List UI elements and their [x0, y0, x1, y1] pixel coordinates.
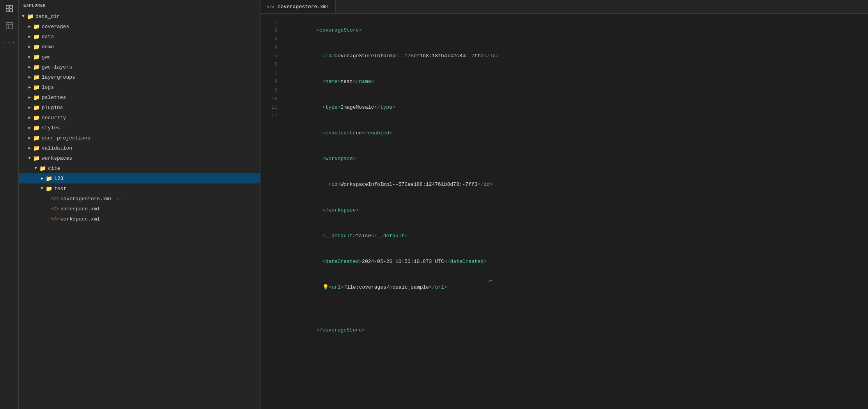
- code-line-11: 💡<url>file:coverages/mosaic_sample</url>…: [286, 275, 860, 317]
- svg-rect-1: [9, 5, 12, 8]
- chevron-coverages: ▶: [27, 23, 33, 30]
- bracket-end-9b: >: [404, 233, 407, 239]
- tab-icon-coveragestore: </>: [267, 5, 275, 9]
- tree-item-security[interactable]: ▶ 📁 security: [19, 113, 260, 123]
- file-icon-coveragestore: </>: [51, 195, 58, 202]
- tag-url-open: url: [331, 284, 340, 290]
- folder-icon-user_projections: 📁: [33, 134, 40, 141]
- url-value: file:coverages/mosaic_sample: [344, 284, 429, 290]
- tag-id-open: id: [325, 53, 331, 59]
- label-validation: validation: [42, 145, 72, 151]
- chevron-validation: ▶: [27, 145, 33, 151]
- bracket-close-12: >: [362, 327, 365, 333]
- bracket-end-11b: >: [444, 284, 447, 290]
- tree-item-demo[interactable]: ▶ 📁 demo: [19, 42, 260, 52]
- code-line-4: <type>ImageMosaic</type>: [286, 95, 860, 120]
- tree-item-gwc-layers[interactable]: ▶ 📁 gwc-layers: [19, 62, 260, 72]
- bracket-close-8: >: [356, 207, 359, 213]
- editor-content[interactable]: 1 2 3 4 5 6 7 8 9 10 11 12 <coverageStor…: [260, 14, 868, 409]
- folder-icon-cite: 📁: [39, 165, 46, 172]
- chevron-palettes: ▶: [27, 94, 33, 100]
- tree-item-cite[interactable]: ▶ 📁 cite: [19, 163, 260, 173]
- bracket-end-3b: >: [371, 79, 374, 85]
- bracket-close-2: >: [331, 53, 335, 59]
- bracket-end-2a: </: [484, 53, 490, 59]
- code-line-12: </coverageStore>: [286, 317, 860, 343]
- tag-wsid-open: id: [331, 182, 338, 187]
- tree-item-123[interactable]: ▶ 📁 123: [19, 173, 260, 183]
- id-value: CoverageStoreInfoImpl--175ef1b8:18fb4742…: [335, 53, 484, 59]
- folder-icon-123: 📁: [45, 175, 52, 182]
- tag-default-close: __default: [377, 233, 404, 239]
- sidebar: Explorer ▶ 📁 data_dir ▶ 📁 coverages ▶ 📁 …: [19, 0, 260, 409]
- editor-arrow-annotation: ↙: [487, 276, 494, 285]
- editor-area: </> coveragestore.xml 1 2 3 4 5 6 7 8 9 …: [260, 0, 868, 409]
- layout-activity-icon[interactable]: [4, 20, 15, 31]
- tree-item-palettes[interactable]: ▶ 📁 palettes: [19, 92, 260, 102]
- bracket-close-10: >: [359, 259, 362, 264]
- tree-item-data[interactable]: ▶ 📁 data: [19, 32, 260, 42]
- tree-item-layergroups[interactable]: ▶ 📁 layergroups: [19, 72, 260, 82]
- chevron-layergroups: ▶: [27, 74, 33, 80]
- tag-datecreated-open: dateCreated: [325, 259, 359, 264]
- label-coverages: coverages: [42, 24, 69, 30]
- indent-2: [316, 53, 322, 59]
- tag-coverageStore-close: coverageStore: [322, 327, 362, 333]
- label-logs: logs: [42, 85, 54, 90]
- bracket-end-9a: </: [371, 233, 377, 239]
- folder-icon-gwc: 📁: [33, 53, 40, 60]
- bracket-open-12: </: [316, 327, 322, 333]
- tree-item-coveragestore-xml[interactable]: </> coveragestore.xml ←: [19, 194, 260, 204]
- bracket-end-7b: >: [490, 182, 493, 187]
- tree-item-workspaces[interactable]: ▶ 📁 workspaces: [19, 153, 260, 163]
- chevron-plugins: ▶: [27, 104, 33, 111]
- tree-item-plugins[interactable]: ▶ 📁 plugins: [19, 102, 260, 113]
- code-line-10: <dateCreated>2024-05-26 10:50:10.873 UTC…: [286, 249, 860, 275]
- tree-item-styles[interactable]: ▶ 📁 styles: [19, 123, 260, 133]
- tree-item-logs[interactable]: ▶ 📁 logs: [19, 82, 260, 92]
- file-icon-workspace: </>: [51, 215, 58, 222]
- indent-11: [316, 284, 322, 290]
- tree-item-data_dir[interactable]: ▶ 📁 data_dir: [19, 11, 260, 21]
- tree-item-workspace-xml[interactable]: </> workspace.xml: [19, 214, 260, 224]
- code-body: <coverageStore> <id>CoverageStoreInfoImp…: [282, 14, 868, 409]
- folder-icon-styles: 📁: [33, 124, 40, 131]
- chevron-123: ▶: [39, 175, 45, 182]
- folder-icon-plugins: 📁: [33, 104, 40, 111]
- tag-wsid-close: id: [484, 182, 490, 187]
- code-container: 1 2 3 4 5 6 7 8 9 10 11 12 <coverageStor…: [260, 14, 868, 409]
- label-data_dir: data_dir: [35, 14, 60, 19]
- tag-type-close: type: [380, 104, 392, 110]
- tree-item-user_projections[interactable]: ▶ 📁 user_projections: [19, 133, 260, 143]
- lightbulb-icon: 💡: [322, 284, 329, 290]
- type-value: ImageMosaic: [340, 104, 374, 110]
- tree-item-validation[interactable]: ▶ 📁 validation: [19, 143, 260, 153]
- folder-icon-data: 📁: [33, 33, 40, 40]
- name-value: test: [340, 79, 353, 85]
- code-line-8: </workspace>: [286, 197, 860, 223]
- tree-item-namespace-xml[interactable]: </> namespace.xml: [19, 204, 260, 214]
- arrow-indicator-coveragestore: ←: [117, 194, 122, 203]
- label-layergroups: layergroups: [42, 74, 75, 80]
- chevron-test: ▶: [39, 185, 45, 192]
- chevron-user_projections: ▶: [27, 135, 33, 141]
- tree-item-gwc[interactable]: ▶ 📁 gwc: [19, 52, 260, 62]
- indent-3: [316, 79, 322, 85]
- chevron-cite: ▶: [33, 165, 39, 171]
- bracket-end-3a: </: [353, 79, 359, 85]
- indent-10: [316, 259, 322, 264]
- more-activity-icon[interactable]: ···: [4, 37, 15, 48]
- tag-enabled-close: enabled: [368, 130, 390, 136]
- chevron-logs: ▶: [27, 84, 33, 90]
- label-data: data: [42, 34, 54, 40]
- folder-icon-security: 📁: [33, 114, 40, 121]
- tag-enabled-open: enabled: [325, 130, 347, 136]
- label-demo: demo: [42, 44, 54, 50]
- tag-workspace-open: workspace: [325, 156, 353, 162]
- tab-coveragestore-xml[interactable]: </> coveragestore.xml: [260, 0, 336, 13]
- explorer-activity-icon[interactable]: [4, 3, 15, 14]
- tree-item-coverages[interactable]: ▶ 📁 coverages: [19, 21, 260, 32]
- chevron-security: ▶: [27, 115, 33, 121]
- tree-item-test[interactable]: ▶ 📁 test: [19, 183, 260, 194]
- folder-icon-test: 📁: [45, 185, 52, 192]
